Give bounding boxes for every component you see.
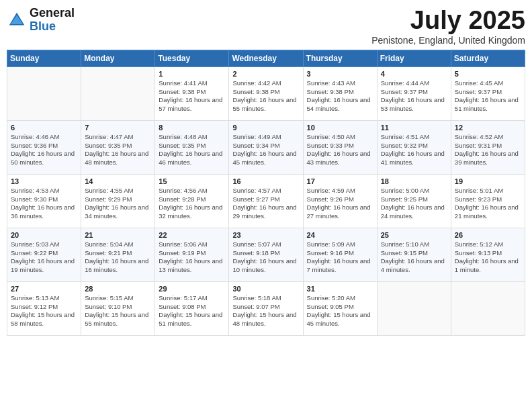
day-info: Sunrise: 4:43 AMSunset: 9:38 PMDaylight:…	[307, 79, 373, 113]
calendar-cell: 29 Sunrise: 5:17 AMSunset: 9:08 PMDaylig…	[155, 281, 229, 335]
day-number: 5	[455, 70, 521, 78]
calendar-week-row: 6 Sunrise: 4:46 AMSunset: 9:36 PMDayligh…	[7, 120, 525, 174]
logo-text: General Blue	[30, 7, 75, 34]
day-number: 22	[159, 231, 225, 239]
day-info: Sunrise: 4:59 AMSunset: 9:26 PMDaylight:…	[307, 187, 373, 221]
day-number: 6	[11, 124, 77, 132]
day-info: Sunrise: 5:20 AMSunset: 9:05 PMDaylight:…	[307, 294, 373, 328]
day-number: 3	[307, 70, 373, 78]
day-info: Sunrise: 4:48 AMSunset: 9:35 PMDaylight:…	[159, 133, 225, 167]
weekday-header-row: SundayMondayTuesdayWednesdayThursdayFrid…	[7, 50, 525, 66]
calendar-cell: 4 Sunrise: 4:44 AMSunset: 9:37 PMDayligh…	[377, 66, 451, 120]
weekday-header: Monday	[81, 50, 155, 66]
calendar-cell: 2 Sunrise: 4:42 AMSunset: 9:38 PMDayligh…	[229, 66, 303, 120]
day-info: Sunrise: 5:17 AMSunset: 9:08 PMDaylight:…	[159, 294, 225, 328]
day-number: 11	[381, 124, 447, 132]
calendar-cell: 6 Sunrise: 4:46 AMSunset: 9:36 PMDayligh…	[7, 120, 81, 174]
calendar-week-row: 20 Sunrise: 5:03 AMSunset: 9:22 PMDaylig…	[7, 228, 525, 281]
calendar-cell: 27 Sunrise: 5:13 AMSunset: 9:12 PMDaylig…	[7, 281, 81, 335]
day-info: Sunrise: 5:03 AMSunset: 9:22 PMDaylight:…	[11, 240, 77, 275]
location: Penistone, England, United Kingdom	[371, 35, 525, 46]
calendar-cell: 7 Sunrise: 4:47 AMSunset: 9:35 PMDayligh…	[81, 120, 155, 174]
day-info: Sunrise: 4:47 AMSunset: 9:35 PMDaylight:…	[85, 133, 151, 167]
day-info: Sunrise: 4:41 AMSunset: 9:38 PMDaylight:…	[159, 79, 225, 113]
day-info: Sunrise: 4:51 AMSunset: 9:32 PMDaylight:…	[381, 133, 447, 167]
calendar-cell: 31 Sunrise: 5:20 AMSunset: 9:05 PMDaylig…	[303, 281, 377, 335]
calendar-cell: 18 Sunrise: 5:00 AMSunset: 9:25 PMDaylig…	[377, 174, 451, 228]
day-info: Sunrise: 5:00 AMSunset: 9:25 PMDaylight:…	[381, 187, 447, 221]
weekday-header: Sunday	[7, 50, 81, 66]
calendar-cell: 10 Sunrise: 4:50 AMSunset: 9:33 PMDaylig…	[303, 120, 377, 174]
day-info: Sunrise: 5:06 AMSunset: 9:19 PMDaylight:…	[159, 240, 225, 275]
day-number: 28	[85, 285, 151, 293]
day-number: 7	[85, 124, 151, 132]
day-info: Sunrise: 4:57 AMSunset: 9:27 PMDaylight:…	[232, 187, 299, 221]
page-header: General Blue July 2025 Penistone, Englan…	[7, 7, 525, 46]
calendar-cell: 28 Sunrise: 5:15 AMSunset: 9:10 PMDaylig…	[81, 281, 155, 335]
day-number: 9	[232, 124, 299, 132]
day-number: 12	[455, 124, 521, 132]
calendar-cell: 1 Sunrise: 4:41 AMSunset: 9:38 PMDayligh…	[155, 66, 229, 120]
calendar-cell: 17 Sunrise: 4:59 AMSunset: 9:26 PMDaylig…	[303, 174, 377, 228]
day-info: Sunrise: 5:13 AMSunset: 9:12 PMDaylight:…	[11, 294, 77, 328]
day-info: Sunrise: 5:15 AMSunset: 9:10 PMDaylight:…	[85, 294, 151, 328]
day-info: Sunrise: 5:09 AMSunset: 9:16 PMDaylight:…	[307, 240, 373, 275]
calendar-cell	[7, 66, 81, 120]
calendar-cell: 15 Sunrise: 4:56 AMSunset: 9:28 PMDaylig…	[155, 174, 229, 228]
calendar-cell: 26 Sunrise: 5:12 AMSunset: 9:13 PMDaylig…	[451, 228, 525, 281]
calendar-cell: 16 Sunrise: 4:57 AMSunset: 9:27 PMDaylig…	[229, 174, 303, 228]
logo: General Blue	[7, 7, 75, 34]
logo-general: General	[30, 7, 75, 20]
day-info: Sunrise: 5:07 AMSunset: 9:18 PMDaylight:…	[232, 240, 299, 275]
day-info: Sunrise: 4:45 AMSunset: 9:37 PMDaylight:…	[455, 79, 521, 113]
day-number: 27	[11, 285, 77, 293]
day-info: Sunrise: 4:56 AMSunset: 9:28 PMDaylight:…	[159, 187, 225, 221]
day-number: 2	[232, 70, 299, 78]
calendar-cell: 11 Sunrise: 4:51 AMSunset: 9:32 PMDaylig…	[377, 120, 451, 174]
calendar-cell: 22 Sunrise: 5:06 AMSunset: 9:19 PMDaylig…	[155, 228, 229, 281]
calendar-cell: 19 Sunrise: 5:01 AMSunset: 9:23 PMDaylig…	[451, 174, 525, 228]
day-number: 8	[159, 124, 225, 132]
day-info: Sunrise: 4:55 AMSunset: 9:29 PMDaylight:…	[85, 187, 151, 221]
calendar-cell: 25 Sunrise: 5:10 AMSunset: 9:15 PMDaylig…	[377, 228, 451, 281]
logo-icon	[7, 10, 27, 30]
day-number: 4	[381, 70, 447, 78]
day-info: Sunrise: 4:50 AMSunset: 9:33 PMDaylight:…	[307, 133, 373, 167]
day-info: Sunrise: 5:12 AMSunset: 9:13 PMDaylight:…	[455, 240, 521, 275]
day-number: 15	[159, 177, 225, 185]
weekday-header: Tuesday	[155, 50, 229, 66]
calendar-cell: 3 Sunrise: 4:43 AMSunset: 9:38 PMDayligh…	[303, 66, 377, 120]
calendar-cell: 20 Sunrise: 5:03 AMSunset: 9:22 PMDaylig…	[7, 228, 81, 281]
day-number: 26	[455, 231, 521, 239]
calendar-cell: 13 Sunrise: 4:53 AMSunset: 9:30 PMDaylig…	[7, 174, 81, 228]
calendar-week-row: 13 Sunrise: 4:53 AMSunset: 9:30 PMDaylig…	[7, 174, 525, 228]
day-number: 14	[85, 177, 151, 185]
day-number: 31	[307, 285, 373, 293]
calendar-week-row: 1 Sunrise: 4:41 AMSunset: 9:38 PMDayligh…	[7, 66, 525, 120]
day-number: 18	[381, 177, 447, 185]
day-info: Sunrise: 4:53 AMSunset: 9:30 PMDaylight:…	[11, 187, 77, 221]
month-title: July 2025	[371, 7, 525, 35]
calendar-cell: 8 Sunrise: 4:48 AMSunset: 9:35 PMDayligh…	[155, 120, 229, 174]
day-number: 20	[11, 231, 77, 239]
day-info: Sunrise: 4:46 AMSunset: 9:36 PMDaylight:…	[11, 133, 77, 167]
weekday-header: Thursday	[303, 50, 377, 66]
day-number: 13	[11, 177, 77, 185]
day-info: Sunrise: 4:44 AMSunset: 9:37 PMDaylight:…	[381, 79, 447, 113]
day-number: 25	[381, 231, 447, 239]
calendar: SundayMondayTuesdayWednesdayThursdayFrid…	[7, 50, 525, 336]
calendar-cell: 14 Sunrise: 4:55 AMSunset: 9:29 PMDaylig…	[81, 174, 155, 228]
calendar-cell: 23 Sunrise: 5:07 AMSunset: 9:18 PMDaylig…	[229, 228, 303, 281]
day-number: 29	[159, 285, 225, 293]
calendar-cell	[377, 281, 451, 335]
day-number: 30	[232, 285, 299, 293]
calendar-cell: 5 Sunrise: 4:45 AMSunset: 9:37 PMDayligh…	[451, 66, 525, 120]
day-number: 19	[455, 177, 521, 185]
calendar-cell: 12 Sunrise: 4:52 AMSunset: 9:31 PMDaylig…	[451, 120, 525, 174]
calendar-cell: 21 Sunrise: 5:04 AMSunset: 9:21 PMDaylig…	[81, 228, 155, 281]
day-number: 17	[307, 177, 373, 185]
day-number: 21	[85, 231, 151, 239]
day-info: Sunrise: 5:18 AMSunset: 9:07 PMDaylight:…	[232, 294, 299, 328]
calendar-cell: 9 Sunrise: 4:49 AMSunset: 9:34 PMDayligh…	[229, 120, 303, 174]
title-section: July 2025 Penistone, England, United Kin…	[371, 7, 525, 46]
